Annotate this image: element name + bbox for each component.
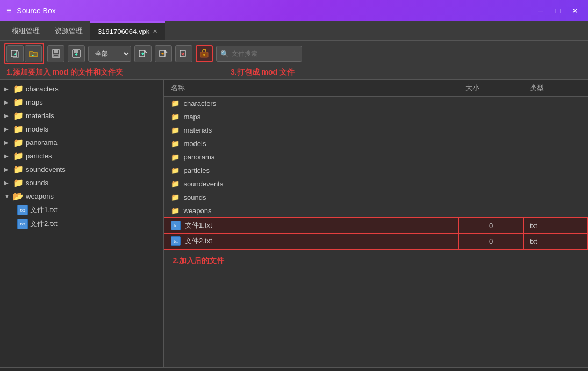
file-icon: txt xyxy=(17,205,28,215)
folder-icon: 📁 xyxy=(13,111,24,121)
tree-item-file2[interactable]: txt 文件2.txt xyxy=(13,217,163,231)
add-folder-button[interactable] xyxy=(25,45,42,62)
status-bar: 占用: 1.20 GB / 2GB xyxy=(0,367,588,371)
chevron-icon: ▶ xyxy=(4,140,11,146)
chevron-icon: ▶ xyxy=(4,126,11,132)
search-wrapper: 🔍 xyxy=(216,46,302,62)
search-icon: 🔍 xyxy=(220,50,229,58)
annotation-2: 2.加入后的文件 xyxy=(173,256,225,265)
chevron-down-icon: ▼ xyxy=(4,193,11,199)
package-button[interactable] xyxy=(196,45,213,62)
folder-icon: 📁 xyxy=(13,178,24,188)
tree-item-models[interactable]: ▶ 📁 models xyxy=(0,122,163,136)
annotation-1: 1.添加要加入 mod 的文件和文件夹 xyxy=(6,68,123,77)
folder-icon: 📁 xyxy=(13,164,24,174)
tab-vpk-file[interactable]: 3191706064.vpk ✕ xyxy=(90,21,165,40)
table-row[interactable]: 📁sounds xyxy=(164,191,588,204)
tab-bar: 模组管理 资源管理 3191706064.vpk ✕ xyxy=(0,21,588,41)
table-row[interactable]: 📁models xyxy=(164,137,588,150)
folder-icon: 📁 xyxy=(13,137,24,148)
table-row-file1[interactable]: txt文件1.txt 0 txt xyxy=(164,218,588,234)
table-row[interactable]: 📁weapons xyxy=(164,204,588,218)
tree-item-weapons[interactable]: ▼ 📂 weapons xyxy=(0,190,163,203)
svg-rect-2 xyxy=(54,50,58,53)
tree-item-characters[interactable]: ▶ 📁 characters xyxy=(0,82,163,96)
chevron-icon: ▶ xyxy=(4,166,11,172)
svg-rect-0 xyxy=(11,50,17,57)
tree-item-panorama[interactable]: ▶ 📁 panorama xyxy=(0,136,163,149)
col-type: 类型 xyxy=(524,80,588,97)
svg-rect-3 xyxy=(54,54,58,57)
add-file-group xyxy=(4,43,44,64)
tree-item-particles[interactable]: ▶ 📁 particles xyxy=(0,149,163,163)
close-button[interactable]: ✕ xyxy=(569,4,582,17)
right-panel: 名称 大小 类型 📁characters 📁maps 📁materials xyxy=(164,80,588,367)
title-bar: ≡ Source Box ─ □ ✕ xyxy=(0,0,588,21)
left-panel: ▶ 📁 characters ▶ 📁 maps ▶ 📁 materials ▶ … xyxy=(0,80,164,367)
window-controls: ─ □ ✕ xyxy=(534,4,582,17)
menu-icon[interactable]: ≡ xyxy=(6,6,11,16)
file-icon: txt xyxy=(171,236,181,246)
chevron-icon: ▶ xyxy=(4,113,11,119)
tree-item-maps[interactable]: ▶ 📁 maps xyxy=(0,96,163,109)
main-content: ▶ 📁 characters ▶ 📁 maps ▶ 📁 materials ▶ … xyxy=(0,80,588,367)
chevron-icon: ▶ xyxy=(4,86,11,92)
file-table: 名称 大小 类型 📁characters 📁maps 📁materials xyxy=(164,80,588,273)
chevron-icon: ▶ xyxy=(4,99,11,105)
maximize-button[interactable]: □ xyxy=(551,4,564,17)
delete-button[interactable] xyxy=(175,45,192,62)
folder-icon: 📁 xyxy=(13,97,24,107)
add-file-button[interactable] xyxy=(6,45,24,62)
table-row[interactable]: 📁particles xyxy=(164,164,588,177)
svg-rect-5 xyxy=(74,50,78,53)
chevron-icon: ▶ xyxy=(4,180,11,186)
save-button[interactable] xyxy=(47,45,64,62)
folder-icon: 📂 xyxy=(13,191,24,201)
filter-select[interactable]: 全部 文件夹 文件 xyxy=(88,46,131,62)
folder-icon: 📁 xyxy=(13,151,24,161)
table-row[interactable]: 📁soundevents xyxy=(164,177,588,191)
table-row-file2[interactable]: txt文件2.txt 0 txt xyxy=(164,234,588,249)
tree-item-sounds[interactable]: ▶ 📁 sounds xyxy=(0,176,163,190)
export-button[interactable] xyxy=(155,45,172,62)
tree-item-file1[interactable]: txt 文件1.txt xyxy=(13,203,163,217)
tab-close-icon[interactable]: ✕ xyxy=(153,28,157,35)
file-icon: txt xyxy=(171,221,181,230)
tab-resource-management[interactable]: 资源管理 xyxy=(47,21,90,40)
save-as-button[interactable] xyxy=(68,45,85,62)
table-row[interactable]: 📁panorama xyxy=(164,150,588,164)
col-size: 大小 xyxy=(459,80,524,97)
table-row[interactable]: 📁characters xyxy=(164,97,588,111)
folder-icon: 📁 xyxy=(13,84,24,94)
folder-icon: 📁 xyxy=(13,124,24,134)
chevron-icon: ▶ xyxy=(4,153,11,159)
annotation-3: 3.打包成 mod 文件 xyxy=(231,68,295,77)
app-title: Source Box xyxy=(17,6,534,15)
annotation-row-2: 2.加入后的文件 xyxy=(164,249,588,273)
svg-point-10 xyxy=(203,54,205,56)
minimize-button[interactable]: ─ xyxy=(534,4,547,17)
tab-mod-management[interactable]: 模组管理 xyxy=(4,21,47,40)
table-row[interactable]: 📁materials xyxy=(164,123,588,137)
tree-item-soundevents[interactable]: ▶ 📁 soundevents xyxy=(0,163,163,176)
table-row[interactable]: 📁maps xyxy=(164,110,588,123)
import-button[interactable] xyxy=(134,45,152,62)
file-icon: txt xyxy=(17,219,28,229)
search-input[interactable] xyxy=(216,46,302,62)
col-name: 名称 xyxy=(164,80,459,97)
tree-item-materials[interactable]: ▶ 📁 materials xyxy=(0,109,163,122)
